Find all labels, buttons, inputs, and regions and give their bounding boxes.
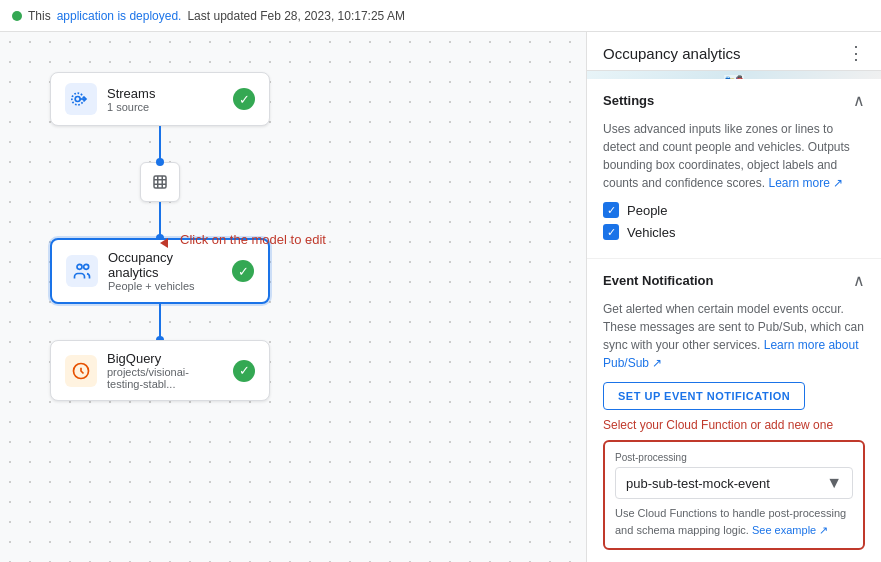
occupancy-check: ✓	[232, 260, 254, 282]
more-options-icon[interactable]: ⋮	[847, 44, 865, 62]
bigquery-node[interactable]: BigQuery projects/visionai-testing-stabl…	[50, 340, 270, 401]
bigquery-subtitle: projects/visionai-testing-stabl...	[107, 366, 223, 390]
settings-section: Settings ∧ Uses advanced inputs like zon…	[587, 79, 881, 259]
streams-info: Streams 1 source	[107, 86, 223, 113]
panel-title: Occupancy analytics	[603, 45, 741, 62]
bigquery-check: ✓	[233, 360, 255, 382]
svg-rect-25	[728, 77, 729, 78]
click-hint: Click on the model to edit	[180, 232, 326, 247]
panel-header: Occupancy analytics ⋮	[587, 32, 881, 71]
vehicles-label: Vehicles	[627, 225, 675, 240]
event-title: Event Notification	[603, 273, 714, 288]
connector-1	[159, 126, 161, 162]
svg-point-8	[77, 264, 82, 269]
people-label: People	[627, 203, 667, 218]
svg-rect-48	[738, 76, 739, 77]
svg-rect-49	[740, 76, 741, 77]
topbar: This application is deployed. Last updat…	[0, 0, 881, 32]
deployed-link[interactable]: application is deployed.	[57, 9, 182, 23]
svg-rect-39	[736, 78, 737, 79]
occupancy-subtitle: People + vehicles	[108, 280, 222, 292]
settings-header: Settings ∧	[603, 91, 865, 110]
svg-point-38	[736, 77, 737, 78]
event-collapse-icon[interactable]: ∧	[853, 271, 865, 290]
settings-collapse-icon[interactable]: ∧	[853, 91, 865, 110]
right-panel: Occupancy analytics ⋮	[586, 32, 881, 562]
see-example-link[interactable]: See example ↗	[752, 524, 828, 536]
svg-rect-24	[726, 77, 727, 78]
event-notification-section: Event Notification ∧ Get alerted when ce…	[587, 259, 881, 562]
select-hint: Select your Cloud Function or add new on…	[603, 418, 865, 432]
post-processing-select[interactable]: pub-sub-test-mock-event ▼	[615, 467, 853, 499]
settings-description: Uses advanced inputs like zones or lines…	[603, 120, 865, 192]
streams-icon	[65, 83, 97, 115]
streams-subtitle: 1 source	[107, 101, 223, 113]
occupancy-info: Occupancy analytics People + vehicles	[108, 250, 222, 292]
post-processing-label: Post-processing	[615, 452, 853, 463]
occupancy-title: Occupancy analytics	[108, 250, 222, 280]
occupancy-icon	[66, 255, 98, 287]
panel-image	[587, 71, 881, 79]
post-processing-box: Post-processing pub-sub-test-mock-event …	[603, 440, 865, 550]
event-description: Get alerted when certain model events oc…	[603, 300, 865, 372]
last-updated: Last updated Feb 28, 2023, 10:17:25 AM	[187, 9, 405, 23]
event-header: Event Notification ∧	[603, 271, 865, 290]
processor-node	[140, 162, 180, 202]
setup-event-notification-button[interactable]: SET UP EVENT NOTIFICATION	[603, 382, 805, 410]
connector-2	[159, 202, 161, 238]
streams-check: ✓	[233, 88, 255, 110]
svg-point-0	[75, 97, 80, 102]
learn-more-link[interactable]: Learn more ↗	[768, 176, 843, 190]
people-checkbox[interactable]: ✓	[603, 202, 619, 218]
bigquery-info: BigQuery projects/visionai-testing-stabl…	[107, 351, 223, 390]
connector-3	[159, 304, 161, 340]
bigquery-icon	[65, 355, 97, 387]
post-processing-value: pub-sub-test-mock-event	[626, 476, 770, 491]
topbar-text: This	[28, 9, 51, 23]
vehicles-checkbox[interactable]: ✓	[603, 224, 619, 240]
svg-point-9	[84, 264, 89, 269]
bigquery-title: BigQuery	[107, 351, 223, 366]
dropdown-arrow-icon: ▼	[826, 474, 842, 492]
main-layout: Streams 1 source ✓	[0, 32, 881, 562]
people-checkbox-row: ✓ People	[603, 202, 865, 218]
post-processing-description: Use Cloud Functions to handle post-proce…	[615, 505, 853, 538]
settings-title: Settings	[603, 93, 654, 108]
streams-title: Streams	[107, 86, 223, 101]
svg-rect-3	[154, 176, 166, 188]
vehicles-checkbox-row: ✓ Vehicles	[603, 224, 865, 240]
streams-node[interactable]: Streams 1 source ✓	[50, 72, 270, 126]
canvas-area: Streams 1 source ✓	[0, 32, 586, 562]
deployed-dot	[12, 11, 22, 21]
